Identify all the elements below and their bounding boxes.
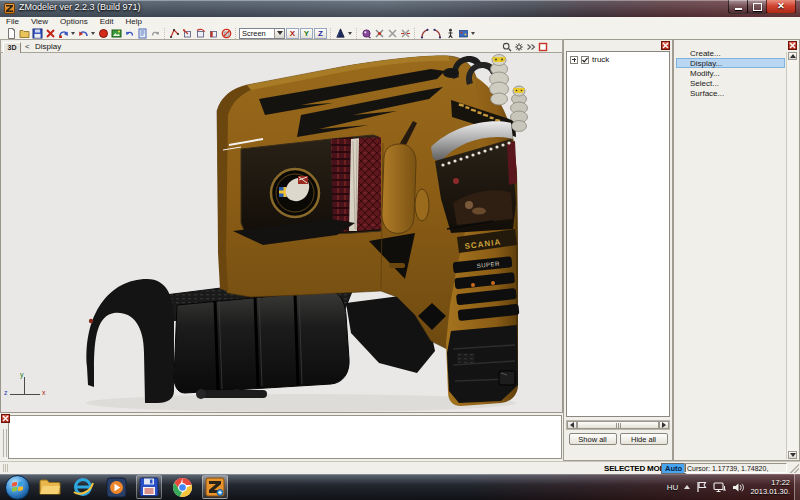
command-panel-close-button[interactable] [788, 41, 797, 50]
scene-tree-close-button[interactable] [661, 41, 670, 50]
snapshot-icon[interactable] [110, 28, 122, 39]
viewport-back-button[interactable]: < [25, 42, 30, 51]
view-manipulate-icon[interactable] [360, 28, 372, 39]
bones-edit-icon[interactable] [431, 28, 443, 39]
command-create[interactable]: Create... [676, 48, 785, 58]
screen-selector-dropdown[interactable] [274, 29, 284, 38]
expand-plus-icon[interactable] [570, 56, 578, 64]
pan-arrows-icon[interactable] [526, 42, 536, 52]
scale-box-icon[interactable] [207, 28, 219, 39]
scrollbar-thumb[interactable] [577, 421, 659, 429]
zoom-icon[interactable] [502, 42, 512, 52]
hide-all-button[interactable]: Hide all [620, 433, 668, 445]
screen-selector[interactable]: Screen [239, 28, 285, 39]
redo-dropdown-icon[interactable] [71, 32, 75, 35]
skin-tool-icon[interactable] [457, 28, 469, 39]
scroll-left-icon[interactable] [567, 421, 577, 429]
start-button[interactable] [5, 475, 30, 500]
viewport-header-icons [502, 42, 548, 52]
minimize-button[interactable] [728, 0, 748, 14]
title-bar[interactable]: ZModeler ver 2.2.3 (Build 971) ✕ [0, 0, 800, 17]
close-button[interactable]: ✕ [766, 0, 796, 14]
viewport-3d[interactable]: SCANIA SUPER y z x [0, 53, 563, 413]
weld-vertices-icon[interactable] [373, 28, 385, 39]
show-desktop-button[interactable] [794, 474, 800, 500]
undo-icon[interactable] [77, 28, 89, 39]
gizmo-horizontal-axis [10, 394, 40, 395]
tree-horizontal-scrollbar[interactable] [566, 420, 670, 430]
screen-selector-value: Screen [240, 29, 274, 38]
taskbar-explorer[interactable] [37, 475, 63, 499]
menu-help[interactable]: Help [119, 17, 147, 27]
taskbar-zmodeler[interactable] [202, 475, 228, 499]
speaker-icon[interactable] [732, 482, 744, 493]
output-panel-content[interactable] [8, 415, 562, 459]
scroll-down-icon[interactable] [788, 451, 797, 459]
axis-y-button[interactable]: Y [300, 28, 313, 39]
taskbar-media-player[interactable] [103, 475, 129, 499]
show-all-button[interactable]: Show all [569, 433, 617, 445]
maximize-view-icon[interactable] [538, 42, 548, 52]
taskbar-floppy-app[interactable] [136, 475, 162, 499]
tree-item-truck[interactable]: truck [567, 52, 669, 64]
rotate-box-icon[interactable] [194, 28, 206, 39]
scene-tree-list[interactable]: truck [566, 51, 670, 417]
zmodeler-window: File View Options Edit Help [0, 17, 800, 474]
action-center-flag-icon[interactable] [696, 481, 707, 493]
menu-view[interactable]: View [25, 17, 54, 27]
network-icon[interactable] [713, 482, 726, 493]
command-panel: Create... Display... Modify... Select...… [673, 39, 800, 461]
visibility-checkbox[interactable] [581, 56, 589, 64]
redo-icon[interactable] [57, 28, 69, 39]
pivot-tool-icon[interactable] [168, 28, 180, 39]
window-controls: ✕ [729, 0, 796, 14]
record-icon[interactable] [97, 28, 109, 39]
bones-dropdown-icon[interactable] [471, 32, 475, 35]
taskbar-clock[interactable]: 17:22 2013.01.30. [750, 478, 790, 496]
command-select[interactable]: Select... [676, 78, 785, 88]
break-vertices-icon[interactable] [399, 28, 411, 39]
clock-date: 2013.01.30. [750, 487, 790, 496]
save-icon[interactable] [31, 28, 43, 39]
resize-grip[interactable] [790, 464, 799, 473]
scroll-up-icon[interactable] [788, 52, 797, 60]
cone-tool-icon[interactable] [334, 28, 346, 39]
output-panel-grip[interactable] [3, 429, 4, 457]
notes-icon[interactable] [136, 28, 148, 39]
command-modify[interactable]: Modify... [676, 68, 785, 78]
gizmo-tool-group [164, 28, 235, 39]
menu-options[interactable]: Options [54, 17, 94, 27]
delete-icon[interactable] [44, 28, 56, 39]
language-indicator[interactable]: HU [667, 483, 679, 492]
local-axes-box-icon[interactable] [181, 28, 193, 39]
skeleton-tool-icon[interactable] [444, 28, 456, 39]
axis-x-button[interactable]: X [286, 28, 299, 39]
viewport-mode-button[interactable]: 3D [3, 42, 21, 54]
taskbar-chrome[interactable] [169, 475, 195, 499]
output-panel-close-button[interactable] [1, 414, 10, 423]
undo-dropdown-icon[interactable] [91, 32, 95, 35]
menu-file[interactable]: File [0, 17, 25, 27]
new-file-icon[interactable] [5, 28, 17, 39]
axis-z-button[interactable]: Z [314, 28, 327, 39]
axis-gizmo: y z x [5, 375, 49, 403]
redo-gray-icon[interactable] [149, 28, 161, 39]
scroll-right-icon[interactable] [659, 421, 669, 429]
maximize-button[interactable] [747, 0, 767, 14]
bones-tool-icon[interactable] [418, 28, 430, 39]
command-panel-scrollbar[interactable] [786, 52, 798, 459]
status-auto-badge[interactable]: Auto [661, 463, 686, 474]
menu-edit[interactable]: Edit [94, 17, 120, 27]
undo-small-icon[interactable] [123, 28, 135, 39]
tray-expand-icon[interactable] [684, 485, 690, 489]
disable-gizmo-icon[interactable] [220, 28, 232, 39]
detach-vertices-icon[interactable] [386, 28, 398, 39]
taskbar-internet-explorer[interactable] [70, 475, 96, 499]
viewport-view-name[interactable]: Display [35, 42, 61, 51]
cone-dropdown-icon[interactable] [348, 32, 352, 35]
settings-gear-icon[interactable] [514, 42, 524, 52]
ie-icon [72, 476, 94, 498]
command-surface[interactable]: Surface... [676, 88, 785, 98]
open-file-icon[interactable] [18, 28, 30, 39]
command-display[interactable]: Display... [676, 58, 785, 68]
